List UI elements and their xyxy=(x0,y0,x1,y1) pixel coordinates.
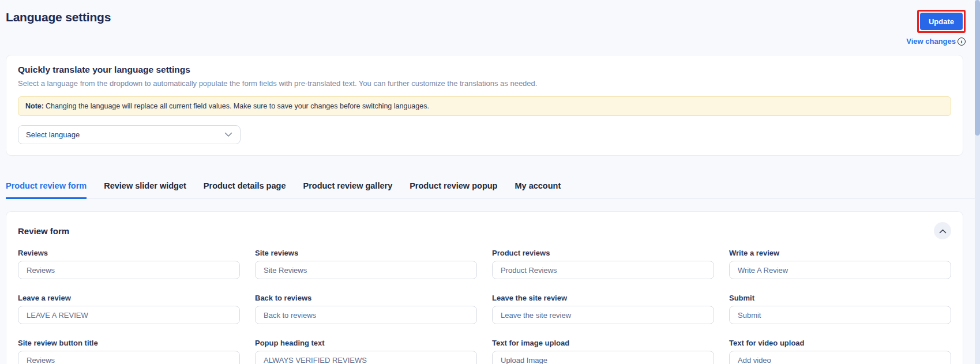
info-icon[interactable]: i xyxy=(958,37,966,46)
field-label: Site reviews xyxy=(255,249,477,257)
note-label: Note: xyxy=(25,102,44,110)
field-product-reviews: Product reviews xyxy=(492,249,714,279)
field-back-to-reviews: Back to reviews xyxy=(255,294,477,324)
chevron-up-icon xyxy=(939,227,947,235)
page-scrollbar-track[interactable] xyxy=(975,0,980,364)
tab-product-review-popup[interactable]: Product review popup xyxy=(410,181,497,199)
field-popup-heading-text: Popup heading text xyxy=(255,339,477,364)
field-label: Leave the site review xyxy=(492,294,714,302)
field-text-for-image-upload: Text for image upload xyxy=(492,339,714,364)
language-settings-page: Language settings Update View changes i … xyxy=(0,0,980,364)
tab-product-details-page[interactable]: Product details page xyxy=(204,181,286,199)
field-label: Text for image upload xyxy=(492,339,714,347)
red-annotation-box: Update xyxy=(917,10,966,33)
review-form-heading: Review form xyxy=(18,226,69,236)
language-select[interactable]: Select language xyxy=(18,125,241,144)
view-changes-label: View changes xyxy=(906,37,956,46)
field-write-a-review: Write a review xyxy=(729,249,951,279)
field-label: Reviews xyxy=(18,249,240,257)
translate-card-heading: Quickly translate your language settings xyxy=(18,65,951,75)
leave-the-site-review-input[interactable] xyxy=(492,306,714,324)
write-a-review-input[interactable] xyxy=(729,261,951,279)
field-text-for-video-upload: Text for video upload xyxy=(729,339,951,364)
field-site-reviews: Site reviews xyxy=(255,249,477,279)
note-text: Changing the language will replace all c… xyxy=(46,102,429,110)
header-actions: Update View changes i xyxy=(906,10,966,46)
tab-product-review-gallery[interactable]: Product review gallery xyxy=(303,181,392,199)
tab-review-slider-widget[interactable]: Review slider widget xyxy=(104,181,186,199)
collapse-section-button[interactable] xyxy=(934,222,951,239)
product-reviews-input[interactable] xyxy=(492,261,714,279)
leave-a-review-input[interactable] xyxy=(18,306,240,324)
update-button[interactable]: Update xyxy=(920,13,963,30)
field-label: Popup heading text xyxy=(255,339,477,347)
review-form-fields: Reviews Site reviews Product reviews Wri… xyxy=(18,249,951,364)
field-leave-a-review: Leave a review xyxy=(18,294,240,324)
field-label: Leave a review xyxy=(18,294,240,302)
tab-bar: Product review form Review slider widget… xyxy=(6,181,975,199)
field-label: Back to reviews xyxy=(255,294,477,302)
note-banner: Note:Changing the language will replace … xyxy=(18,96,951,116)
tab-my-account[interactable]: My account xyxy=(515,181,561,199)
site-reviews-input[interactable] xyxy=(255,261,477,279)
field-site-review-button-title: Site review button title xyxy=(18,339,240,364)
page-scrollbar-thumb[interactable] xyxy=(975,0,980,136)
popup-heading-text-input[interactable] xyxy=(255,351,477,364)
field-label: Submit xyxy=(729,294,951,302)
language-select-value: Select language xyxy=(26,130,80,139)
reviews-input[interactable] xyxy=(18,261,240,279)
back-to-reviews-input[interactable] xyxy=(255,306,477,324)
text-for-video-upload-input[interactable] xyxy=(729,351,951,364)
field-label: Site review button title xyxy=(18,339,240,347)
field-label: Text for video upload xyxy=(729,339,951,347)
chevron-down-icon xyxy=(224,130,232,139)
submit-input[interactable] xyxy=(729,306,951,324)
site-review-button-title-input[interactable] xyxy=(18,351,240,364)
translate-card-description: Select a language from the dropdown to a… xyxy=(18,79,951,88)
review-form-card: Review form Reviews Site reviews Product… xyxy=(6,211,963,364)
view-changes-link[interactable]: View changes i xyxy=(906,37,966,46)
quick-translate-card: Quickly translate your language settings… xyxy=(6,55,963,156)
field-leave-the-site-review: Leave the site review xyxy=(492,294,714,324)
field-submit: Submit xyxy=(729,294,951,324)
review-form-header: Review form xyxy=(18,222,951,239)
field-reviews: Reviews xyxy=(18,249,240,279)
tab-product-review-form[interactable]: Product review form xyxy=(6,181,87,199)
text-for-image-upload-input[interactable] xyxy=(492,351,714,364)
field-label: Product reviews xyxy=(492,249,714,257)
field-label: Write a review xyxy=(729,249,951,257)
page-title: Language settings xyxy=(6,10,111,24)
